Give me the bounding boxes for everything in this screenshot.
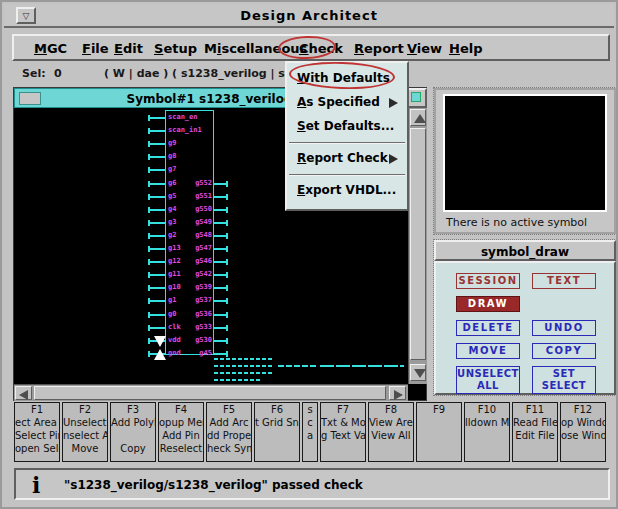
- pin-stub: [150, 261, 165, 263]
- palette-button-set-select-filter[interactable]: SET SELECT FILTER: [532, 366, 596, 394]
- pin-tick: [226, 181, 228, 187]
- pin-tick: [148, 298, 150, 304]
- pin-label: g549: [172, 218, 212, 226]
- check-menu-item-with-defaults[interactable]: With Defaults: [287, 67, 407, 91]
- menu-report[interactable]: Report: [354, 41, 404, 56]
- pin-label: g533: [172, 323, 212, 331]
- fkey-f10[interactable]: F10lldown Me: [464, 402, 510, 462]
- menu-edit[interactable]: Edit: [114, 41, 143, 56]
- pin-tick: [226, 220, 228, 226]
- pin-stub: [150, 117, 165, 119]
- fkey-f2[interactable]: F2Unselect Anselect ArMove: [62, 402, 108, 462]
- pin-stub: [150, 235, 165, 237]
- info-icon: i: [32, 472, 40, 498]
- vertical-scroll-thumb[interactable]: [410, 128, 426, 360]
- pin-tick: [148, 181, 150, 187]
- menu-miscellaneous[interactable]: Miscellaneous: [204, 41, 307, 56]
- fkey-strip[interactable]: sca: [302, 402, 318, 462]
- check-menu-item-export-vhdl[interactable]: Export VHDL...: [287, 179, 407, 203]
- pin-stub: [150, 314, 165, 316]
- palette-button-draw[interactable]: DRAW: [456, 296, 520, 312]
- fkey-line: dd Proper: [207, 429, 251, 442]
- fkey-line: c: [303, 416, 317, 429]
- menu-check[interactable]: Check: [299, 41, 343, 56]
- check-menu-item-report-check[interactable]: Report Check: [287, 147, 407, 171]
- menu-mgc[interactable]: MGC: [34, 41, 67, 56]
- fkey-line: Reselect: [159, 442, 203, 455]
- fkey-line: Copy: [111, 442, 155, 455]
- submenu-arrow-icon: [389, 154, 398, 164]
- preview-caption: There is no active symbol: [446, 216, 587, 229]
- fkey-f5[interactable]: F5Add Arcdd Properheck Symb: [206, 402, 252, 462]
- pin-stub: [150, 274, 165, 276]
- fkey-f11[interactable]: F11Read FileEdit File: [512, 402, 558, 462]
- fkey-f12[interactable]: F12op Windowose Windo: [560, 402, 606, 462]
- active-symbol-panel: There is no active symbol: [434, 88, 616, 234]
- scroll-left-button[interactable]: [15, 386, 32, 400]
- fkey-line: View Area: [369, 416, 413, 429]
- fkey-f6[interactable]: F6t Grid Sna: [254, 402, 300, 462]
- scroll-down-button[interactable]: [410, 364, 426, 381]
- palette-button-copy[interactable]: COPY: [532, 343, 596, 359]
- fkey-f7[interactable]: F7Txt & Mog Text Va: [320, 402, 366, 462]
- pin-label: g546: [172, 257, 212, 265]
- pin-label: scan_in1: [168, 126, 202, 134]
- submenu-arrow-icon: [389, 98, 398, 108]
- menu-help[interactable]: Help: [449, 41, 482, 56]
- fkey-line: t Grid Sna: [255, 416, 299, 429]
- horizontal-scrollbar[interactable]: [14, 384, 408, 401]
- pin-stub: [150, 327, 165, 329]
- pin-tick: [226, 298, 228, 304]
- fkey-f3[interactable]: F3Add Polylin Copy: [110, 402, 156, 462]
- check-menu-item-as-specified[interactable]: As Specified: [287, 91, 407, 115]
- pin-stub: [150, 300, 165, 302]
- fkey-line: Add Polylin: [111, 416, 155, 429]
- fkey-number: F8: [369, 403, 413, 416]
- horizontal-scroll-thumb[interactable]: [34, 386, 386, 400]
- pin-label: g7: [168, 165, 176, 173]
- pin-stub: [150, 222, 165, 224]
- fkey-f8[interactable]: F8View AreaView All: [368, 402, 414, 462]
- window-titlebar[interactable]: ▽ Design Architect: [4, 4, 614, 28]
- scroll-up-button[interactable]: [410, 109, 426, 126]
- fkey-line: Edit File: [513, 429, 557, 442]
- palette-button-move[interactable]: MOVE: [456, 343, 520, 359]
- pin-tick: [148, 285, 150, 291]
- pin-tick: [226, 312, 228, 318]
- pin-label: g542: [172, 270, 212, 278]
- fkey-line: ose Windo: [561, 429, 605, 442]
- fkey-line: Unselect A: [63, 416, 107, 429]
- pin-label: g8: [168, 152, 176, 160]
- symbol-preview-box: [443, 94, 607, 212]
- palette-button-text[interactable]: TEXT: [532, 273, 596, 289]
- pin-label: g551: [172, 192, 212, 200]
- pin-stub: [150, 248, 165, 250]
- fkey-f1[interactable]: F1ect Area ASelect Pinopen Sele: [14, 402, 60, 462]
- palette-button-undo[interactable]: UNDO: [532, 320, 596, 336]
- pin-label: scan_en: [168, 113, 198, 121]
- vertical-scrollbar[interactable]: [408, 108, 427, 384]
- fkey-f9[interactable]: F9: [416, 402, 462, 462]
- fkey-line: lldown Me: [465, 416, 509, 429]
- check-menu-item-set-defaults[interactable]: Set Defaults...: [287, 115, 407, 139]
- palette-button-unselect-all[interactable]: UNSELECT ALL: [456, 366, 520, 394]
- menu-view[interactable]: View: [407, 41, 442, 56]
- pin-tick: [148, 259, 150, 265]
- pin-stub: [150, 143, 165, 145]
- symbol-draw-palette: symbol_draw SESSIONTEXTDRAWDELETEUNDOMOV…: [434, 240, 616, 395]
- window-maximize-button[interactable]: [406, 88, 427, 108]
- menu-file[interactable]: File: [82, 41, 109, 56]
- fkey-number: F11: [513, 403, 557, 416]
- pin-tick: [148, 115, 150, 121]
- palette-button-delete[interactable]: DELETE: [456, 320, 520, 336]
- pin-stub: [150, 287, 165, 289]
- menu-setup[interactable]: Setup: [154, 41, 197, 56]
- message-bar: i "s1238_verilog/s1238_verilog" passed c…: [14, 468, 610, 500]
- pin-tick: [148, 312, 150, 318]
- palette-button-session[interactable]: SESSION: [456, 273, 520, 289]
- selection-label: Sel:: [22, 67, 46, 80]
- scroll-right-button[interactable]: [389, 386, 406, 400]
- pin-tick: [226, 246, 228, 252]
- fkey-f4[interactable]: F4opup MenAdd PinReselect: [158, 402, 204, 462]
- pin-label: g550: [172, 205, 212, 213]
